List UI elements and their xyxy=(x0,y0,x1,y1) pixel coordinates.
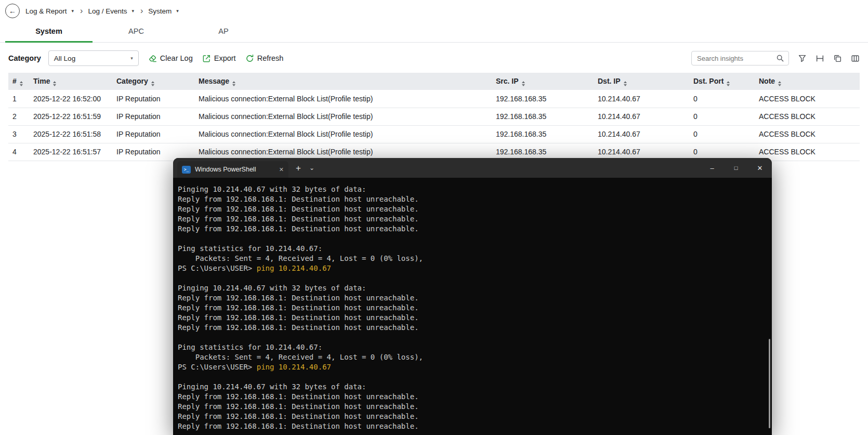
table-cell: Malicious connection:External Block List… xyxy=(194,108,492,125)
column-header-label: Note xyxy=(759,77,775,85)
terminal-line: Reply from 192.168.168.1: Destination ho… xyxy=(178,421,772,431)
column-header-label: Dst. IP xyxy=(598,77,621,85)
terminal-line xyxy=(178,234,772,244)
tab-ap[interactable]: AP xyxy=(180,22,267,42)
chevron-down-icon[interactable]: ▾ xyxy=(71,7,75,15)
chevron-down-icon: ▾ xyxy=(130,56,133,61)
tab-apc[interactable]: APC xyxy=(93,22,180,42)
terminal-line: PS C:\Users\USER> ping 10.214.40.67 xyxy=(178,362,772,372)
close-button[interactable]: ✕ xyxy=(748,158,772,178)
terminal-titlebar[interactable]: >_ Windows PowerShell ✕ + ⌄ – □ ✕ xyxy=(173,158,772,178)
table-cell: 2025-12-22 16:51:58 xyxy=(29,125,112,143)
category-label: Category xyxy=(8,54,41,62)
terminal-line xyxy=(178,273,772,283)
chevron-down-icon[interactable]: ▾ xyxy=(130,7,135,15)
terminal-line: Reply from 192.168.168.1: Destination ho… xyxy=(178,214,772,224)
table-cell: IP Reputation xyxy=(112,125,194,143)
search-icon[interactable] xyxy=(776,54,784,62)
column-header-note[interactable]: Note xyxy=(755,73,860,90)
table-cell: ACCESS BLOCK xyxy=(755,108,860,125)
breadcrumb-item-log-events[interactable]: Log / Events xyxy=(88,7,127,15)
breadcrumb-item-system[interactable]: System xyxy=(148,7,172,15)
terminal-line: Pinging 10.214.40.67 with 32 bytes of da… xyxy=(178,283,772,293)
table-cell: 0 xyxy=(689,108,755,125)
category-selected-value: All Log xyxy=(54,55,75,62)
powershell-icon: >_ xyxy=(182,166,191,174)
terminal-line: Pinging 10.214.40.67 with 32 bytes of da… xyxy=(178,382,772,392)
table-cell: 0 xyxy=(689,90,755,108)
tab-close-icon[interactable]: ✕ xyxy=(279,166,284,173)
column-header-num[interactable]: # xyxy=(8,73,29,90)
terminal-tab-title: Windows PowerShell xyxy=(195,166,275,173)
clear-log-button[interactable]: Clear Log xyxy=(148,54,193,63)
terminal-line: Reply from 192.168.168.1: Destination ho… xyxy=(178,194,772,204)
toolbar: Category All Log ▾ Clear Log xyxy=(0,43,868,73)
terminal-line: Packets: Sent = 4, Received = 4, Lost = … xyxy=(178,254,772,263)
terminal-line: Reply from 192.168.168.1: Destination ho… xyxy=(178,402,772,412)
breadcrumb-item-log-report[interactable]: Log & Report xyxy=(25,7,67,15)
table-cell: 10.214.40.67 xyxy=(594,125,689,143)
category-select[interactable]: All Log ▾ xyxy=(48,50,139,66)
terminal-line: Reply from 192.168.168.1: Destination ho… xyxy=(178,293,772,303)
column-header-src-ip[interactable]: Src. IP xyxy=(492,73,594,90)
terminal-line: Reply from 192.168.168.1: Destination ho… xyxy=(178,204,772,214)
table-cell: Malicious connection:External Block List… xyxy=(194,125,492,143)
maximize-button[interactable]: □ xyxy=(724,158,748,178)
terminal-line: Reply from 192.168.168.1: Destination ho… xyxy=(178,313,772,323)
table-cell: 2025-12-22 16:51:59 xyxy=(29,108,112,125)
log-events-page: ← Log & Report ▾ › Log / Events ▾ › Syst… xyxy=(0,0,868,161)
window-controls: – □ ✕ xyxy=(700,158,772,178)
sort-icon xyxy=(53,81,56,86)
table-header-row: #TimeCategoryMessageSrc. IPDst. IPDst. P… xyxy=(8,73,860,90)
terminal-tab[interactable]: >_ Windows PowerShell ✕ xyxy=(177,161,288,178)
table-row[interactable]: 22025-12-22 16:51:59IP ReputationMalicio… xyxy=(8,108,860,125)
table-cell: 3 xyxy=(8,125,29,143)
chevron-down-icon[interactable]: ▾ xyxy=(175,7,180,15)
sort-icon xyxy=(624,81,627,86)
copy-icon[interactable] xyxy=(833,54,842,63)
search-input[interactable] xyxy=(696,54,773,63)
terminal-line: Reply from 192.168.168.1: Destination ho… xyxy=(178,412,772,421)
terminal-line: Reply from 192.168.168.1: Destination ho… xyxy=(178,392,772,402)
export-label: Export xyxy=(214,54,236,62)
tab-system[interactable]: System xyxy=(5,22,93,42)
columns-icon[interactable] xyxy=(851,54,860,63)
tab-bar: System APC AP xyxy=(0,22,868,43)
column-header-dst-port[interactable]: Dst. Port xyxy=(689,73,755,90)
table-row[interactable]: 12025-12-22 16:52:00IP ReputationMalicio… xyxy=(8,90,860,108)
refresh-button[interactable]: Refresh xyxy=(245,54,284,63)
terminal-line: Reply from 192.168.168.1: Destination ho… xyxy=(178,323,772,333)
sort-icon xyxy=(151,81,154,86)
table-cell: 2 xyxy=(8,108,29,125)
clear-log-label: Clear Log xyxy=(160,54,193,62)
clear-log-icon xyxy=(148,54,157,63)
table-cell: 1 xyxy=(8,90,29,108)
toolbar-right xyxy=(691,51,860,65)
table-cell: 2025-12-22 16:52:00 xyxy=(29,90,112,108)
column-header-category[interactable]: Category xyxy=(112,73,194,90)
filter-icon[interactable] xyxy=(798,54,807,63)
back-arrow-icon: ← xyxy=(9,7,16,15)
column-header-dst-ip[interactable]: Dst. IP xyxy=(594,73,689,90)
terminal-scrollbar[interactable] xyxy=(769,339,770,428)
table-cell: 10.214.40.67 xyxy=(594,108,689,125)
table-cell: ACCESS BLOCK xyxy=(755,143,860,161)
new-tab-button[interactable]: + xyxy=(296,164,301,173)
sort-icon xyxy=(727,81,730,86)
search-insights-box[interactable] xyxy=(691,51,789,65)
back-button[interactable]: ← xyxy=(5,4,20,18)
fit-column-width-icon[interactable] xyxy=(816,54,824,63)
table-row[interactable]: 32025-12-22 16:51:58IP ReputationMalicio… xyxy=(8,125,860,143)
column-header-message[interactable]: Message xyxy=(194,73,492,90)
tab-dropdown-icon[interactable]: ⌄ xyxy=(309,165,314,171)
terminal-line: Reply from 192.168.168.1: Destination ho… xyxy=(178,303,772,313)
breadcrumb: ← Log & Report ▾ › Log / Events ▾ › Syst… xyxy=(0,0,868,22)
terminal-line: Reply from 192.168.168.1: Destination ho… xyxy=(178,224,772,234)
column-header-time[interactable]: Time xyxy=(29,73,112,90)
export-icon xyxy=(202,54,211,63)
minimize-button[interactable]: – xyxy=(700,158,724,178)
export-button[interactable]: Export xyxy=(202,54,236,63)
breadcrumb-separator: › xyxy=(140,7,143,15)
table-cell: 192.168.168.35 xyxy=(492,90,594,108)
sort-icon xyxy=(20,81,23,86)
